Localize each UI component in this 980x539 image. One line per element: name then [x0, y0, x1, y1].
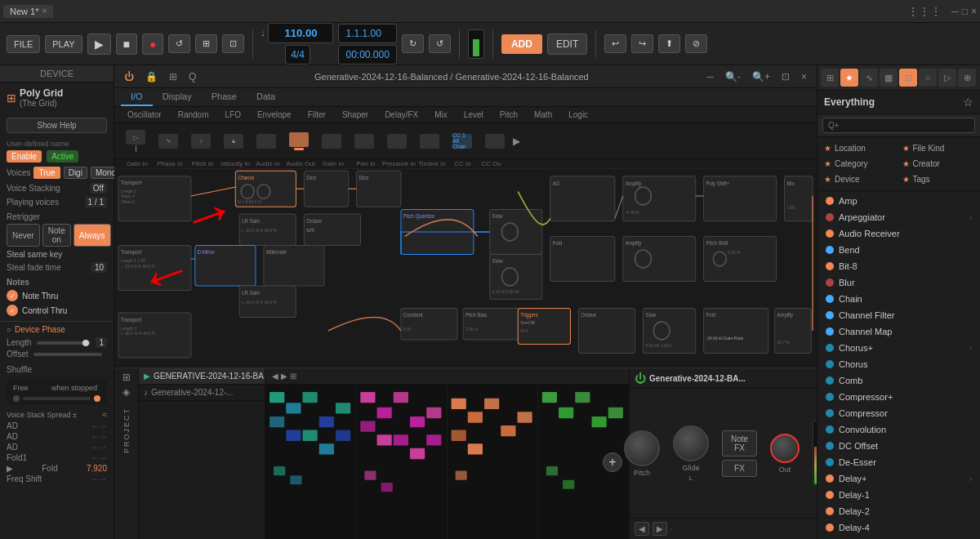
voice-stacking-value[interactable]: Off: [90, 183, 107, 194]
device-dc-offset[interactable]: DC Offset: [817, 438, 980, 454]
nav-back-icon[interactable]: ↻: [402, 34, 424, 53]
tab-close-icon[interactable]: ×: [42, 7, 47, 16]
device-delay-1[interactable]: Delay-1: [817, 487, 980, 503]
editor-lock-button[interactable]: 🔒: [142, 69, 161, 84]
editor-fit-button[interactable]: ⊡: [778, 69, 793, 84]
pitch-knob[interactable]: [624, 430, 660, 466]
subtab-mix[interactable]: Mix: [428, 109, 454, 121]
retrig-noteon-button[interactable]: Note on: [42, 224, 71, 247]
length-slider[interactable]: [37, 341, 91, 345]
add-button[interactable]: ADD: [501, 34, 542, 54]
undo-button[interactable]: ↩: [604, 34, 626, 53]
fold-expand-icon[interactable]: ▶: [7, 464, 13, 473]
subtab-lfo[interactable]: LFO: [219, 109, 247, 121]
subtab-level[interactable]: Level: [457, 109, 490, 121]
device-chorus[interactable]: Chorus: [817, 356, 980, 372]
right-icon-wave[interactable]: ∿: [860, 69, 878, 87]
right-icon-orange[interactable]: ⊡: [899, 69, 917, 87]
filter-filekind[interactable]: ★ File Kind: [901, 142, 976, 154]
window-restore-icon[interactable]: □: [962, 6, 968, 17]
device-convolution[interactable]: Convolution: [817, 421, 980, 438]
out-knob[interactable]: [770, 434, 800, 463]
bar-position[interactable]: 1.1.1.00: [338, 24, 396, 43]
filter-device[interactable]: ★ Device: [822, 173, 898, 185]
control-thru-check[interactable]: ✓: [7, 305, 18, 316]
retrig-always-button[interactable]: Always: [74, 224, 111, 247]
fold-value[interactable]: 7.920: [87, 464, 107, 473]
editor-zoom-in-button[interactable]: 🔍+: [749, 69, 773, 84]
time-position[interactable]: 00:00.000: [338, 45, 396, 65]
tab-data[interactable]: Data: [247, 88, 285, 106]
filter-tags[interactable]: ★ Tags: [901, 173, 976, 185]
bpm-value[interactable]: 110.00: [268, 23, 333, 43]
right-icon-extra1[interactable]: ○: [919, 69, 937, 87]
steal-fade-value[interactable]: 10: [91, 262, 107, 273]
inst-power-icon[interactable]: ⏻: [635, 372, 646, 385]
export-button[interactable]: ⬆: [658, 34, 680, 53]
device-compressor[interactable]: Compressor: [817, 405, 980, 421]
filter-creator[interactable]: ★ Creator: [901, 158, 976, 170]
right-icon-star[interactable]: ★: [840, 69, 858, 87]
canvas-area[interactable]: Transport Length 2 Steps 4 Offset 0 Chan…: [114, 169, 817, 367]
seq-item-1[interactable]: ▶ GENERATIVE-2024-12-16-BA...: [139, 368, 265, 385]
window-minimize-icon[interactable]: ─: [951, 6, 959, 17]
length-value[interactable]: 1: [96, 337, 107, 348]
redo-button[interactable]: ↪: [631, 34, 653, 53]
device-arpeggiator[interactable]: Arpeggiator ›: [817, 209, 980, 225]
subtab-filter[interactable]: Filter: [301, 109, 332, 121]
play-button[interactable]: PLAY: [45, 35, 82, 53]
steal-same-key-button[interactable]: Steal same key: [0, 248, 114, 261]
note-thru-check[interactable]: ✓: [7, 290, 18, 301]
editor-window-close-button[interactable]: ×: [798, 69, 810, 84]
transport-play-icon[interactable]: ▶: [87, 33, 111, 55]
device-chorus-plus[interactable]: Chorus+ ›: [817, 340, 980, 356]
transport-extra-icon[interactable]: ⊞: [195, 34, 217, 53]
transport-loop-icon[interactable]: ↺: [168, 34, 190, 53]
seq-nav-back[interactable]: ◀: [635, 522, 649, 536]
dot-control-2[interactable]: [94, 395, 100, 402]
transport-record-icon[interactable]: ●: [142, 33, 163, 55]
fx-button[interactable]: FX: [722, 460, 757, 477]
right-icon-chart[interactable]: ▦: [880, 69, 898, 87]
retrig-never-button[interactable]: Never: [7, 224, 40, 247]
subtab-envelope[interactable]: Envelope: [251, 109, 298, 121]
device-chain[interactable]: Chain: [817, 291, 980, 307]
mini-slider[interactable]: [23, 397, 91, 400]
device-audio-receiver[interactable]: Audio Receiver: [817, 225, 980, 242]
tab-io[interactable]: I/O: [121, 88, 153, 106]
device-bend[interactable]: Bend: [817, 242, 980, 258]
subtab-random[interactable]: Random: [172, 109, 216, 121]
everything-star-button[interactable]: ☆: [963, 96, 973, 109]
seq-item-2[interactable]: ♪ Generative-2024-12-...: [139, 385, 265, 401]
device-amp[interactable]: Amp: [817, 193, 980, 209]
nav-fwd-icon[interactable]: ↺: [429, 34, 451, 53]
subtab-oscillator[interactable]: Oscillator: [121, 109, 168, 121]
device-distortion[interactable]: Distortion: [817, 536, 980, 539]
offset-slider[interactable]: [33, 353, 103, 356]
seq-grid[interactable]: +: [265, 385, 629, 539]
subtab-math[interactable]: Math: [528, 109, 559, 121]
device-channel-map[interactable]: Channel Map: [817, 323, 980, 340]
transport-stop-icon[interactable]: ■: [116, 33, 137, 55]
voices-digi-button[interactable]: Digi: [64, 167, 87, 179]
voices-true-button[interactable]: True: [33, 167, 60, 179]
subtab-pitch[interactable]: Pitch: [493, 109, 524, 121]
editor-search-button[interactable]: Q: [185, 69, 199, 84]
transport-screen-icon[interactable]: ⊡: [222, 34, 244, 53]
show-help-button[interactable]: Show Help: [7, 118, 107, 133]
seq-nav-fwd[interactable]: ▶: [653, 522, 667, 536]
settings-button[interactable]: ⊘: [685, 34, 707, 53]
edit-button[interactable]: EDIT: [547, 33, 587, 55]
right-icon-extra2[interactable]: ▷: [938, 69, 956, 87]
device-channel-filter[interactable]: Channel Filter: [817, 307, 980, 323]
io-expand-button[interactable]: ▶: [513, 136, 520, 147]
active-tab[interactable]: New 1* ×: [3, 5, 53, 18]
right-icon-grid[interactable]: ⊞: [821, 69, 839, 87]
note-fx-button[interactable]: Note FX: [722, 430, 757, 457]
editor-zoom-out-button[interactable]: 🔍-: [722, 69, 744, 84]
right-icon-extra3[interactable]: ⊕: [958, 69, 976, 87]
tab-display[interactable]: Display: [153, 88, 202, 106]
filter-category[interactable]: ★ Category: [822, 158, 898, 170]
device-comb[interactable]: Comb: [817, 372, 980, 389]
subtab-delayfx[interactable]: Delay/FX: [378, 109, 425, 121]
